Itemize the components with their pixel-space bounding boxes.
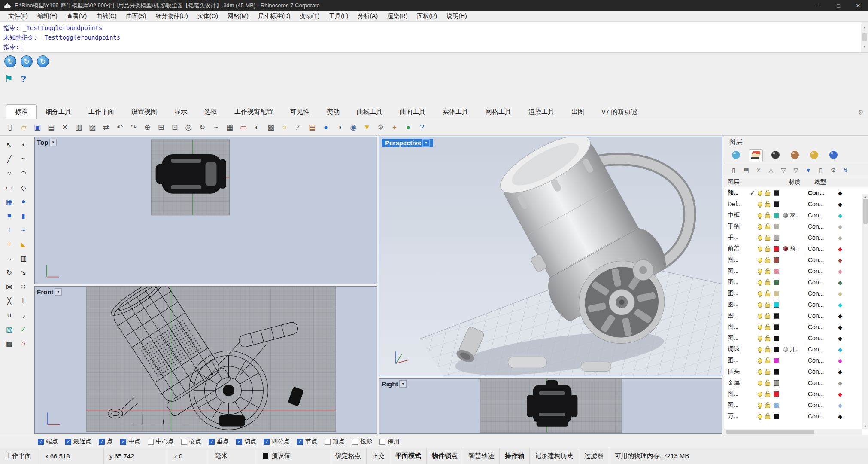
layer-material-cell[interactable] — [783, 257, 808, 263]
osnap-checkbox[interactable] — [65, 439, 71, 445]
print-color-diamond-icon[interactable]: ◆ — [838, 346, 842, 353]
display-tab-icon[interactable] — [771, 151, 780, 159]
print-color-diamond-icon[interactable]: ◆ — [838, 268, 842, 275]
layer-name[interactable]: 图... — [728, 256, 750, 264]
layer-row[interactable]: 万... ✓ Con... ◆ — [724, 411, 868, 422]
layer-material-cell[interactable] — [783, 324, 808, 330]
layer-lock-icon[interactable] — [765, 326, 770, 330]
layer-color-swatch[interactable] — [774, 235, 779, 241]
layer-material-cell[interactable] — [783, 280, 808, 285]
layer-color-swatch[interactable] — [774, 291, 779, 296]
toolbar-tab[interactable]: 曲面工具 — [391, 105, 434, 119]
layer-row[interactable]: 图... ✓ Con... ◆ — [724, 355, 868, 366]
layer-material-cell[interactable] — [783, 369, 808, 374]
toolbar-tab[interactable]: 细分工具 — [37, 105, 80, 119]
print-color-diamond-icon[interactable]: ◆ — [838, 413, 842, 420]
layer-name[interactable]: 手柄 — [728, 223, 750, 230]
print-color-diamond-icon[interactable]: ◆ — [838, 324, 842, 330]
new-layer-icon[interactable]: ▯ — [729, 165, 738, 175]
toolbar-tab[interactable]: 显示 — [166, 105, 196, 119]
viewport-menu-arrow-icon[interactable]: ▼ — [422, 139, 430, 147]
lamp-icon[interactable]: ○ — [278, 121, 291, 134]
layer-lock-icon[interactable] — [765, 304, 770, 308]
command-area[interactable]: 指令: _Testtoggleroundpoints 未知的指令: _Testt… — [0, 22, 868, 53]
layer-material-cell[interactable]: 前.. — [783, 245, 808, 253]
layer-visibility-bulb-icon[interactable] — [758, 247, 762, 251]
toolbar-tab[interactable]: V7 的新功能 — [593, 105, 646, 119]
sphere-icon[interactable]: ● — [17, 195, 30, 208]
layer-row[interactable]: 图... ✓ Con... ◆ — [724, 400, 868, 411]
array-icon[interactable]: ∷ — [17, 280, 30, 293]
libraries-tab-icon[interactable] — [810, 151, 818, 159]
layer-name[interactable]: 手... — [728, 234, 750, 241]
zoom-in-icon[interactable]: ⊕ — [141, 121, 154, 134]
filter-funnel-icon[interactable]: ▼ — [361, 121, 373, 134]
status-toggle[interactable]: 物件锁点 — [427, 448, 463, 464]
layer-material-cell[interactable] — [783, 235, 808, 240]
menu-item[interactable]: 曲面(S) — [121, 12, 151, 21]
layer-lock-icon[interactable] — [765, 415, 770, 419]
status-toggle[interactable]: 锁定格点 — [330, 448, 367, 464]
viewport-title-right[interactable]: Right ▼ — [382, 380, 407, 388]
layer-row[interactable]: 金属 ✓ Con... ◆ — [724, 377, 868, 388]
layer-visibility-bulb-icon[interactable] — [758, 392, 762, 397]
layer-lock-icon[interactable] — [765, 281, 770, 285]
layer-linetype[interactable]: Con... — [808, 346, 830, 353]
layer-color-swatch[interactable] — [774, 380, 779, 386]
print-color-diamond-icon[interactable]: ◆ — [838, 380, 842, 386]
properties-tab-icon[interactable] — [732, 151, 740, 159]
viewport-perspective[interactable]: Perspective ▼ — [379, 137, 722, 376]
layer-visibility-bulb-icon[interactable] — [758, 269, 762, 274]
notebook-icon[interactable]: ▤ — [306, 121, 319, 134]
osnap-item[interactable]: 四分点 — [264, 438, 290, 446]
collapse-all-icon[interactable]: ▽ — [792, 165, 800, 175]
layer-name[interactable]: 图... — [728, 401, 750, 409]
osnap-item[interactable]: 顶点 — [325, 438, 345, 446]
layer-visibility-bulb-icon[interactable] — [758, 325, 762, 330]
layer-row[interactable]: 图... ✓ Con... ◆ — [724, 266, 868, 277]
layer-visibility-bulb-icon[interactable] — [758, 235, 762, 240]
layer-linetype[interactable]: Con... — [808, 402, 830, 409]
layer-row[interactable]: 图... ✓ Con... ◆ — [724, 277, 868, 288]
layer-name[interactable]: 图... — [728, 357, 750, 364]
status-toggle[interactable]: 智慧轨迹 — [463, 448, 500, 464]
lightning-icon[interactable]: ↯ — [841, 165, 850, 175]
layers-horizontal-scrollbar[interactable] — [724, 429, 862, 435]
redo-icon[interactable]: ↷ — [127, 121, 140, 134]
layer-row[interactable]: 中框 ✓ 灰.. Con... ◆ — [724, 210, 868, 221]
zoom-selected-icon[interactable]: ◎ — [182, 121, 195, 134]
layer-color-swatch[interactable] — [774, 280, 779, 285]
polygon-icon[interactable]: ◇ — [17, 181, 30, 194]
print-icon[interactable]: ▤ — [45, 121, 58, 134]
layer-lock-icon[interactable] — [765, 393, 770, 397]
layer-color-swatch[interactable] — [774, 257, 779, 263]
extrude-icon[interactable]: ↑ — [3, 223, 16, 236]
print-color-diamond-icon[interactable]: ◆ — [838, 190, 842, 196]
layer-color-swatch[interactable] — [774, 190, 779, 196]
vacuum-top-silhouette[interactable] — [156, 154, 226, 194]
print-color-diamond-icon[interactable]: ◆ — [838, 212, 842, 219]
command-prompt[interactable]: 指令: — [3, 42, 865, 52]
layer-material-cell[interactable] — [783, 269, 808, 274]
gears-icon[interactable]: ⚙ — [374, 121, 387, 134]
layer-name[interactable]: 预... — [728, 189, 750, 197]
layer-name[interactable]: Def... — [728, 201, 750, 208]
layer-linetype[interactable]: Con... — [808, 413, 830, 420]
layer-settings-icon[interactable]: ⚙ — [829, 165, 838, 175]
layer-material-cell[interactable] — [783, 190, 808, 195]
arc-icon[interactable]: ◠ — [17, 167, 30, 180]
box-icon[interactable]: ■ — [3, 209, 16, 222]
layer-color-swatch[interactable] — [774, 201, 779, 207]
viewport-menu-arrow-icon[interactable]: ▼ — [399, 380, 407, 388]
cylinder-icon[interactable]: ▮ — [17, 209, 30, 222]
layer-linetype[interactable]: Con... — [808, 212, 830, 219]
layer-name[interactable]: 图... — [728, 334, 750, 342]
layer-visibility-bulb-icon[interactable] — [758, 347, 762, 352]
toolbar-tab[interactable]: 工作平面 — [80, 105, 123, 119]
menu-item[interactable]: 查看(V) — [62, 12, 92, 21]
layer-lock-icon[interactable] — [765, 371, 770, 375]
layer-material-cell[interactable] — [783, 391, 808, 397]
menu-item[interactable]: 网格(M) — [223, 12, 253, 21]
layer-linetype[interactable]: Con... — [808, 312, 830, 319]
freeform-curve-icon[interactable]: ~ — [17, 153, 30, 165]
